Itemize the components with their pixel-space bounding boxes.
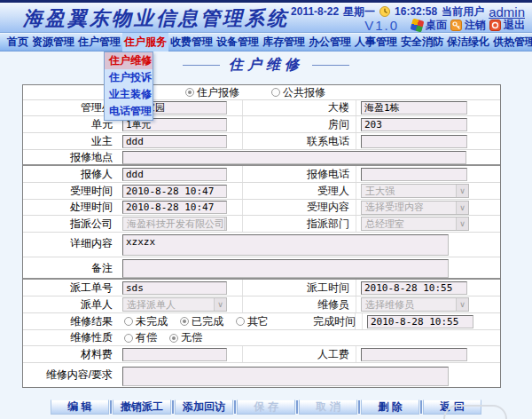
repair-place-input[interactable] — [122, 151, 466, 164]
acceptor-select[interactable]: 王大强 ∨ — [361, 184, 469, 198]
detail-textarea[interactable]: xzxzx — [122, 234, 449, 256]
row-management-building: 管理处 大楼 — [23, 100, 500, 116]
logout-label: 注销 — [465, 18, 486, 33]
cancel-dispatch-button[interactable]: 撤销派工 — [113, 399, 171, 415]
exit-power-icon — [489, 20, 501, 31]
room-input[interactable] — [361, 118, 467, 131]
finish-time-label: 完成时间 — [355, 313, 362, 329]
button-separator — [234, 400, 236, 414]
logout-link[interactable]: 注销 — [450, 18, 486, 33]
chevron-down-icon: ∨ — [214, 298, 226, 311]
radio-free[interactable]: 无偿 — [169, 330, 202, 345]
dispatch-time-input[interactable] — [361, 281, 467, 295]
contact-phone-input[interactable] — [361, 135, 467, 148]
assign-company-select[interactable]: 海盈科技开发有限公司 ∨ — [122, 217, 227, 231]
report-type-row: 住户报修 公共报修 — [23, 85, 500, 100]
repairman-label: 维修员 — [242, 296, 356, 312]
exit-link[interactable]: 退出 — [489, 18, 525, 33]
row-unit-room: 单元 房间 — [23, 116, 500, 133]
radio-selected-icon — [185, 88, 194, 97]
weekday-text: 星期一 — [343, 4, 375, 20]
work-order-no-input[interactable] — [122, 281, 227, 295]
date-text: 2011-8-22 — [291, 5, 339, 18]
button-separator — [420, 400, 422, 414]
building-label: 大楼 — [242, 100, 356, 115]
watermark-arc — [443, 405, 507, 419]
reporter-label: 报修人 — [23, 167, 119, 182]
acceptor-label: 受理人 — [242, 183, 356, 199]
remark-label: 备注 — [23, 257, 119, 276]
repair-nature-options: 有偿 无偿 — [124, 330, 215, 345]
row-fees: 材料费 人工费 — [23, 346, 500, 363]
radio-other[interactable]: 其它 — [236, 314, 269, 329]
row-handle-time: 处理时间 受理内容 选择受理内容 ∨ — [23, 200, 500, 216]
row-repair-result: 维修结果 未完成 已完成 其它 完成时间 — [23, 313, 500, 330]
chevron-down-icon: ∨ — [456, 298, 468, 311]
dropdown-item-complaint[interactable]: 住户投诉 — [105, 69, 153, 86]
handle-time-input[interactable] — [122, 201, 227, 214]
menu-item-resident-mgmt[interactable]: 住户管理 — [76, 33, 122, 51]
dispatcher-select[interactable]: 选择派单人 ∨ — [122, 297, 227, 312]
report-phone-input[interactable] — [361, 168, 467, 181]
cancel-button[interactable]: 取 消 — [299, 399, 357, 415]
current-user-label: 当前用户 — [442, 4, 484, 20]
dropdown-item-repair[interactable]: 住户维修 — [105, 52, 153, 69]
accept-time-input[interactable] — [122, 185, 227, 198]
menu-item-fee[interactable]: 收费管理 — [168, 33, 215, 51]
edit-button[interactable]: 编 辑 — [51, 399, 109, 415]
radio-finished[interactable]: 已完成 — [180, 314, 223, 329]
dispatcher-label: 派单人 — [23, 297, 119, 312]
desktop-pinwheel-icon — [411, 19, 425, 33]
app-header: 海盈翼东物业信息管理系统 2011-8-22 星期一 16:32:58 当前用户… — [0, 3, 532, 33]
row-remark: 备注 — [23, 257, 500, 280]
radio-not-finished[interactable]: 未完成 — [124, 314, 168, 329]
accept-content-select[interactable]: 选择受理内容 ∨ — [361, 201, 469, 215]
menu-item-heating[interactable]: 供热管理 — [491, 33, 532, 51]
menu-item-equipment[interactable]: 设备管理 — [215, 33, 261, 51]
labor-fee-label: 人工费 — [242, 346, 356, 362]
owner-input[interactable] — [122, 135, 227, 148]
building-input[interactable] — [361, 101, 467, 115]
page-title-row: 住户维修 — [0, 57, 532, 73]
save-button[interactable]: 保 存 — [237, 399, 295, 415]
menu-item-resident-service[interactable]: 住户服务 — [122, 33, 168, 51]
remark-textarea[interactable] — [122, 259, 449, 278]
menu-item-cleaning[interactable]: 保洁绿化 — [445, 33, 491, 51]
menu-item-safety[interactable]: 安全消防 — [399, 33, 445, 51]
row-detail: 详细内容 xzxzx — [23, 233, 500, 257]
menu-item-hr[interactable]: 人事管理 — [353, 33, 399, 51]
menu-item-inventory[interactable]: 库存管理 — [261, 33, 307, 51]
accept-content-label: 受理内容 — [242, 200, 356, 215]
menu-item-home[interactable]: 首页 — [5, 33, 30, 51]
finish-time-input[interactable] — [367, 315, 473, 328]
add-followup-button[interactable]: 添加回访 — [175, 399, 233, 415]
version-text: V1.0 — [364, 18, 399, 33]
row-dispatcher: 派单人 选择派单人 ∨ 维修员 选择维修员 ∨ — [23, 296, 500, 313]
username-link[interactable]: admin — [489, 4, 525, 20]
labor-fee-input[interactable] — [361, 348, 467, 361]
repair-req-textarea[interactable] — [122, 367, 449, 386]
radio-unselected-icon — [271, 88, 280, 97]
detail-label: 详细内容 — [23, 233, 119, 251]
time-text: 16:32:58 — [395, 5, 437, 18]
header-status-line: 2011-8-22 星期一 16:32:58 当前用户 admin — [291, 4, 525, 19]
material-fee-input[interactable] — [122, 348, 227, 361]
repair-result-label: 维修结果 — [23, 314, 119, 329]
assign-dept-select[interactable]: 总经理室 ∨ — [361, 217, 469, 231]
title-rule-left — [183, 65, 220, 66]
dropdown-item-phone-mgmt[interactable]: 电话管理 — [105, 103, 153, 120]
radio-public-repair[interactable]: 公共报修 — [271, 85, 325, 100]
desktop-link[interactable]: 桌面 — [411, 18, 447, 33]
dropdown-item-decoration[interactable]: 业主装修 — [105, 86, 153, 103]
repairman-select[interactable]: 选择维修员 ∨ — [361, 297, 469, 312]
chevron-down-icon: ∨ — [456, 217, 468, 230]
accept-time-label: 受理时间 — [23, 184, 119, 199]
menu-item-office[interactable]: 办公管理 — [307, 33, 353, 51]
delete-button[interactable]: 删 除 — [361, 399, 419, 415]
radio-paid[interactable]: 有偿 — [124, 330, 157, 345]
menu-item-resource[interactable]: 资源管理 — [30, 33, 76, 51]
reporter-input[interactable] — [122, 168, 227, 181]
repair-nature-label: 维修性质 — [23, 330, 119, 345]
radio-resident-repair[interactable]: 住户报修 — [185, 85, 239, 100]
owner-label: 业主 — [23, 134, 119, 149]
